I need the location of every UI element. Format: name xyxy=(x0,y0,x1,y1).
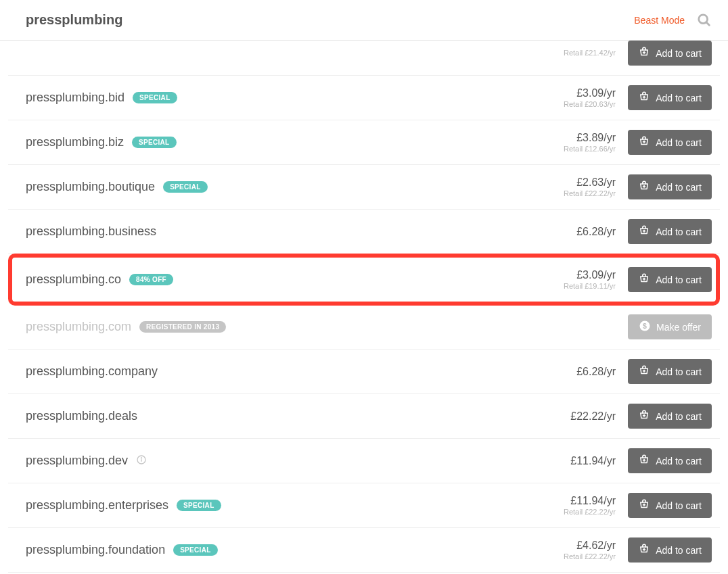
button-label: Add to cart xyxy=(656,226,702,237)
cart-icon xyxy=(638,543,650,557)
add-to-cart-button[interactable]: Add to cart xyxy=(628,359,712,384)
beast-mode-link[interactable]: Beast Mode xyxy=(634,15,685,26)
cart-icon xyxy=(638,224,650,239)
add-to-cart-button[interactable]: Add to cart xyxy=(628,85,712,110)
domain-row: pressplumbing.deals£22.22/yr Add to cart xyxy=(8,394,720,439)
svg-text:$: $ xyxy=(643,322,647,330)
domain-name[interactable]: pressplumbing.dev xyxy=(26,454,128,468)
button-label: Add to cart xyxy=(656,366,702,377)
domain-name[interactable]: pressplumbing.foundation xyxy=(26,543,165,557)
badge: SPECIAL xyxy=(132,137,176,148)
button-label: Make offer xyxy=(656,322,701,333)
row-right: £2.63/yrRetail £22.22/yr Add to cart xyxy=(564,174,712,199)
domain-name[interactable]: pressplumbing.bid xyxy=(26,91,124,105)
row-right: £3.09/yrRetail £19.11/yr Add to cart xyxy=(564,267,712,292)
price: £2.63/yr xyxy=(564,176,616,189)
price-block: £3.09/yrRetail £20.63/yr xyxy=(564,87,616,108)
svg-line-1 xyxy=(706,22,710,25)
cart-icon xyxy=(638,180,650,194)
price: £11.94/yr xyxy=(570,454,616,467)
add-to-cart-button[interactable]: Add to cart xyxy=(628,448,712,473)
domain-name[interactable]: pressplumbing.boutique xyxy=(26,180,155,194)
domain-name[interactable]: pressplumbing.business xyxy=(26,224,156,239)
domain-name[interactable]: pressplumbing.enterprises xyxy=(26,498,168,512)
row-left: pressplumbing.boutiqueSPECIAL xyxy=(26,180,208,194)
button-label: Add to cart xyxy=(656,48,702,59)
domain-list: Retail £21.42/yr Add to cartpressplumbin… xyxy=(0,41,728,574)
add-to-cart-button[interactable]: Add to cart xyxy=(628,219,712,244)
price: £6.28/yr xyxy=(576,365,616,378)
domain-name[interactable]: pressplumbing.co xyxy=(26,272,121,287)
row-right: £3.89/yrRetail £12.66/yr Add to cart xyxy=(564,130,712,155)
domain-name[interactable]: pressplumbing.com xyxy=(26,320,131,334)
row-right: £3.09/yrRetail £20.63/yr Add to cart xyxy=(564,85,712,110)
retail-price: Retail £22.22/yr xyxy=(564,552,616,561)
search-icon[interactable] xyxy=(697,13,712,28)
domain-row: pressplumbing.bidSPECIAL£3.09/yrRetail £… xyxy=(8,76,720,120)
row-right: Retail £21.42/yr Add to cart xyxy=(564,41,712,66)
domain-row: pressplumbing.business£6.28/yr Add to ca… xyxy=(8,210,720,254)
price-block: £6.28/yr xyxy=(576,225,616,238)
cart-icon xyxy=(638,135,650,149)
highlighted-row: pressplumbing.co84% OFF£3.09/yrRetail £1… xyxy=(8,254,720,306)
add-to-cart-button[interactable]: Add to cart xyxy=(628,130,712,155)
row-left: pressplumbing.foundationSPECIAL xyxy=(26,543,218,557)
badge: SPECIAL xyxy=(133,92,177,103)
button-label: Add to cart xyxy=(656,456,702,467)
domain-row: pressplumbing.bizSPECIAL£3.89/yrRetail £… xyxy=(8,120,720,165)
retail-price: Retail £20.63/yr xyxy=(564,100,616,109)
cart-icon xyxy=(638,272,650,287)
price-block: £4.62/yrRetail £22.22/yr xyxy=(564,539,616,560)
row-left: pressplumbing.co84% OFF xyxy=(26,272,173,287)
row-right: £6.28/yr Add to cart xyxy=(576,359,712,384)
domain-row: pressplumbing.comREGISTERED IN 2013 $ Ma… xyxy=(8,305,720,350)
header-right: Beast Mode xyxy=(634,13,712,28)
price: £4.62/yr xyxy=(564,539,616,552)
page-title: pressplumbing xyxy=(26,12,122,28)
domain-name[interactable]: pressplumbing.biz xyxy=(26,135,124,149)
row-right: £4.62/yrRetail £22.22/yr Add to cart xyxy=(564,537,712,563)
make-offer-button[interactable]: $ Make offer xyxy=(628,314,712,339)
cart-icon xyxy=(638,46,650,60)
price: £11.94/yr xyxy=(564,494,616,507)
add-to-cart-button[interactable]: Add to cart xyxy=(628,404,712,429)
domain-name[interactable]: pressplumbing.company xyxy=(26,364,158,379)
add-to-cart-button[interactable]: Add to cart xyxy=(628,174,712,199)
add-to-cart-button[interactable]: Add to cart xyxy=(628,41,712,66)
add-to-cart-button[interactable]: Add to cart xyxy=(628,493,712,518)
button-label: Add to cart xyxy=(656,182,702,193)
row-left: pressplumbing.bidSPECIAL xyxy=(26,91,177,105)
badge: 84% OFF xyxy=(129,274,173,285)
row-left: pressplumbing.company xyxy=(26,364,158,379)
price: £22.22/yr xyxy=(570,410,616,423)
domain-row: pressplumbing.enterprisesSPECIAL£11.94/y… xyxy=(8,483,720,528)
row-right: £11.94/yrRetail £22.22/yr Add to cart xyxy=(564,493,712,518)
price: £3.09/yr xyxy=(564,268,616,281)
add-to-cart-button[interactable]: Add to cart xyxy=(628,267,712,292)
price: £3.09/yr xyxy=(564,87,616,99)
price-block: £2.63/yrRetail £22.22/yr xyxy=(564,176,616,197)
cart-icon xyxy=(638,91,650,105)
offer-icon: $ xyxy=(639,320,651,334)
cart-icon xyxy=(638,454,650,468)
row-left: pressplumbing.dev xyxy=(26,454,147,468)
cart-icon xyxy=(638,409,650,423)
retail-price: Retail £22.22/yr xyxy=(564,508,616,517)
price-block: £22.22/yr xyxy=(570,410,616,423)
header: pressplumbing Beast Mode xyxy=(0,0,728,41)
svg-point-22 xyxy=(141,457,142,458)
domain-name[interactable]: pressplumbing.deals xyxy=(26,409,137,423)
retail-price: Retail £19.11/yr xyxy=(564,282,616,291)
price-block: £11.94/yrRetail £22.22/yr xyxy=(564,494,616,516)
info-icon[interactable] xyxy=(136,454,147,468)
row-right: £22.22/yr Add to cart xyxy=(570,404,712,429)
row-right: £6.28/yr Add to cart xyxy=(576,219,712,244)
row-left: pressplumbing.enterprisesSPECIAL xyxy=(26,498,221,512)
domain-row: pressplumbing.foundationSPECIAL£4.62/yrR… xyxy=(8,528,720,573)
button-label: Add to cart xyxy=(656,274,702,285)
button-label: Add to cart xyxy=(656,93,702,103)
add-to-cart-button[interactable]: Add to cart xyxy=(628,537,712,563)
price: £3.89/yr xyxy=(564,131,616,144)
price-block: £6.28/yr xyxy=(576,365,616,378)
domain-row: Retail £21.42/yr Add to cart xyxy=(8,41,720,76)
